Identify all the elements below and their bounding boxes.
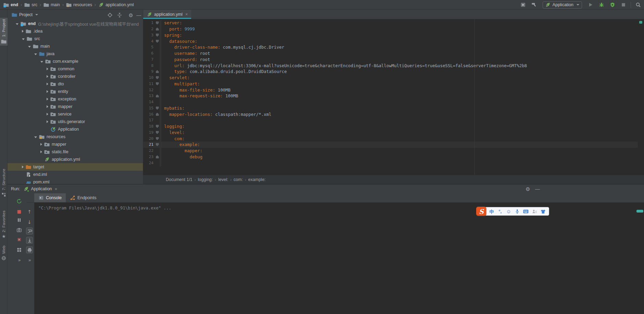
down-stack-icon[interactable]: ↓ bbox=[26, 219, 33, 226]
hide-run-panel-button[interactable]: — bbox=[534, 186, 541, 192]
close-icon[interactable]: × bbox=[185, 12, 188, 17]
code-line-2[interactable]: 2 port: 9999 bbox=[143, 26, 638, 32]
code-line-3[interactable]: 3spring: bbox=[143, 32, 638, 38]
fold-start-icon[interactable] bbox=[156, 143, 159, 146]
code-line-22[interactable]: 22 mapper: bbox=[143, 148, 638, 154]
up-stack-icon[interactable]: ↑ bbox=[26, 208, 33, 215]
code-line-9[interactable]: 9 type: com.alibaba.druid.pool.DruidData… bbox=[143, 69, 638, 75]
console-output-area[interactable]: "C:\Program Files\Java\jdk1.8.0_91\bin\j… bbox=[34, 203, 644, 314]
editor-breadcrumb-logging[interactable]: logging: bbox=[198, 177, 213, 182]
tree-item-common[interactable]: common bbox=[8, 65, 143, 73]
fold-start-icon[interactable] bbox=[156, 131, 159, 134]
tree-item-com.example[interactable]: com.example bbox=[8, 58, 143, 65]
editor-tab-application-yml[interactable]: application.yml × bbox=[143, 10, 191, 19]
run-settings-button[interactable]: ⚙ bbox=[525, 186, 531, 192]
editor-breadcrumb-level[interactable]: level: bbox=[218, 177, 228, 182]
collapsed-arrow-icon[interactable] bbox=[47, 68, 48, 70]
kill-process-icon[interactable] bbox=[16, 236, 23, 243]
tree-item-target[interactable]: target bbox=[8, 163, 143, 171]
collapsed-arrow-icon[interactable] bbox=[47, 105, 48, 108]
pause-output-icon[interactable] bbox=[16, 217, 23, 224]
breadcrumb-item-src[interactable]: src bbox=[24, 2, 37, 8]
restore-layout-icon[interactable] bbox=[16, 246, 23, 253]
debug-button[interactable] bbox=[598, 1, 605, 9]
fold-start-icon[interactable] bbox=[156, 137, 159, 140]
code-line-21[interactable]: 21 example: bbox=[143, 142, 638, 148]
print-icon[interactable] bbox=[26, 246, 33, 253]
tree-item-pom.xml[interactable]: mpom.xml bbox=[8, 178, 143, 184]
fold-end-icon[interactable] bbox=[156, 113, 159, 116]
tree-item-exception[interactable]: exception bbox=[8, 95, 143, 103]
tree-item-mapper[interactable]: mapper bbox=[8, 103, 143, 110]
collapsed-arrow-icon[interactable] bbox=[22, 30, 24, 33]
run-button[interactable] bbox=[587, 1, 594, 9]
breadcrumb-item-resources[interactable]: resources bbox=[66, 2, 92, 8]
expanded-arrow-icon[interactable] bbox=[22, 38, 25, 40]
more-chevrons-icon[interactable]: » bbox=[26, 256, 33, 263]
expanded-arrow-icon[interactable] bbox=[40, 61, 43, 63]
code-line-4[interactable]: 4 datasource: bbox=[143, 38, 638, 44]
code-line-20[interactable]: 20 com: bbox=[143, 135, 638, 142]
breadcrumb-item-application.yml[interactable]: application.yml bbox=[98, 2, 134, 8]
tree-item-mapper[interactable]: mapper bbox=[8, 141, 143, 148]
fold-end-icon[interactable] bbox=[156, 94, 159, 97]
profile-button[interactable] bbox=[532, 208, 537, 215]
tree-item-utils.generator[interactable]: utils.generator bbox=[8, 118, 143, 125]
code-line-24[interactable]: 24 bbox=[143, 160, 638, 166]
fold-end-icon[interactable] bbox=[156, 27, 159, 31]
tree-item-application.yml[interactable]: application.yml bbox=[8, 156, 143, 163]
toolwindow-run-icon[interactable] bbox=[519, 1, 527, 9]
collapsed-arrow-icon[interactable] bbox=[40, 150, 42, 153]
punctuation-button[interactable]: °, bbox=[497, 208, 503, 215]
tree-item-end.iml[interactable]: end.iml bbox=[8, 171, 143, 178]
collapsed-arrow-icon[interactable] bbox=[40, 143, 42, 146]
tab-endpoints[interactable]: Endpoints bbox=[66, 193, 101, 202]
collapsed-arrow-icon[interactable] bbox=[47, 113, 48, 116]
tree-item-Application[interactable]: Application bbox=[8, 125, 143, 133]
collapsed-arrow-icon[interactable] bbox=[47, 120, 48, 123]
more-chevrons-icon[interactable]: » bbox=[16, 256, 23, 263]
code-line-17[interactable]: 17 bbox=[143, 117, 638, 123]
tree-item-main[interactable]: main bbox=[8, 43, 143, 50]
emoji-button[interactable]: ☺ bbox=[506, 208, 511, 215]
code-line-13[interactable]: 13 max-request-size: 100MB bbox=[143, 93, 638, 99]
collapsed-arrow-icon[interactable] bbox=[22, 166, 24, 168]
tree-item-java[interactable]: java bbox=[8, 50, 143, 58]
tree-item-src[interactable]: src bbox=[8, 35, 143, 43]
build-hammer-icon[interactable] bbox=[530, 1, 538, 9]
run-session-tab[interactable]: Application × bbox=[23, 186, 57, 192]
collapsed-arrow-icon[interactable] bbox=[47, 83, 48, 85]
code-line-5[interactable]: 5 driver-class-name: com.mysql.cj.jdbc.D… bbox=[143, 44, 638, 50]
code-line-19[interactable]: 19 level: bbox=[143, 130, 638, 136]
collapsed-arrow-icon[interactable] bbox=[47, 98, 48, 100]
skin-button[interactable] bbox=[540, 208, 546, 215]
tree-item-end[interactable]: endG:\shejiing\基于springboot vue在线宠物商城平台\… bbox=[8, 20, 143, 27]
code-line-12[interactable]: 12 max-file-size: 100MB bbox=[143, 87, 638, 93]
editor-breadcrumb-Document11[interactable]: Document 1/1 bbox=[166, 177, 193, 182]
editor-breadcrumb-example[interactable]: example: bbox=[248, 177, 266, 182]
code-line-16[interactable]: 16 mapper-locations: classpath:mapper/*.… bbox=[143, 111, 638, 117]
tab-console[interactable]: Console bbox=[34, 193, 66, 202]
fold-start-icon[interactable] bbox=[156, 76, 159, 79]
tree-item-resources[interactable]: resources bbox=[8, 133, 143, 141]
project-panel-title[interactable]: Project bbox=[19, 12, 33, 17]
microphone-button[interactable] bbox=[515, 208, 520, 215]
code-line-23[interactable]: 23 debug bbox=[143, 154, 638, 160]
tree-item-static.file[interactable]: static.file bbox=[8, 148, 143, 156]
tree-item-controller[interactable]: controller bbox=[8, 73, 143, 80]
run-configuration-select[interactable]: Application bbox=[543, 1, 582, 9]
panel-settings-button[interactable]: ⚙ bbox=[128, 12, 134, 18]
rerun-icon[interactable] bbox=[16, 198, 23, 205]
fold-end-icon[interactable] bbox=[156, 155, 159, 158]
fold-start-icon[interactable] bbox=[156, 107, 159, 110]
search-everywhere-icon[interactable] bbox=[634, 1, 642, 9]
code-line-10[interactable]: 10 servlet: bbox=[143, 75, 638, 81]
fold-start-icon[interactable] bbox=[156, 21, 159, 24]
dump-threads-icon[interactable] bbox=[16, 227, 23, 233]
expanded-arrow-icon[interactable] bbox=[34, 53, 37, 55]
code-line-7[interactable]: 7 password: root bbox=[143, 57, 638, 63]
code-line-18[interactable]: 18logging: bbox=[143, 123, 638, 130]
keyboard-button[interactable] bbox=[523, 208, 529, 215]
stop-red-icon[interactable] bbox=[16, 208, 23, 215]
stripe-button-structure[interactable]: 7: Structure bbox=[0, 167, 8, 199]
